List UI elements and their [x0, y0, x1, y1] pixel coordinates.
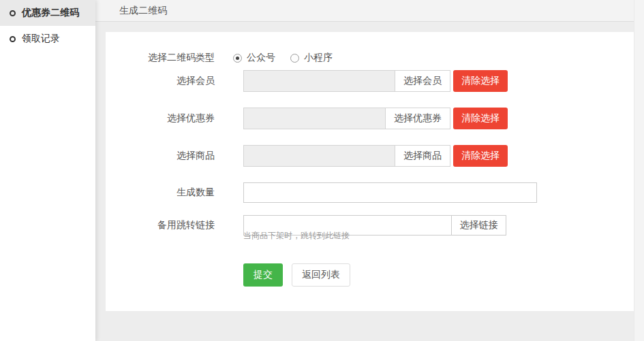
fallback-link-help-text: 当商品下架时，跳转到此链接: [243, 230, 350, 242]
sidebar: 优惠券二维码 领取记录: [0, 0, 95, 341]
page-header: 生成二维码: [95, 0, 644, 22]
coupon-group: 选择优惠券 清除选择: [243, 108, 508, 129]
form-card: 选择二维码类型 公众号 小程序 选择会员 选择会员 清除选择: [106, 32, 634, 311]
radio-mini-program-label[interactable]: 小程序: [304, 52, 333, 64]
quantity-input[interactable]: [243, 182, 537, 203]
coupon-input[interactable]: [243, 108, 385, 129]
sidebar-item-label: 领取记录: [22, 33, 60, 45]
quantity-control: [243, 182, 537, 203]
sidebar-item-claim-records[interactable]: 领取记录: [0, 26, 95, 52]
qrcode-form: 选择二维码类型 公众号 小程序 选择会员 选择会员 清除选择: [106, 32, 634, 287]
fallback-link-label: 备用跳转链接: [106, 219, 215, 231]
product-label: 选择商品: [106, 150, 215, 162]
actions-row: 提交 返回列表: [106, 263, 634, 287]
quantity-row: 生成数量: [106, 182, 634, 203]
qr-type-row: 选择二维码类型 公众号 小程序: [106, 51, 634, 65]
coupon-label: 选择优惠券: [106, 112, 215, 125]
main-content: 生成二维码 选择二维码类型 公众号 小程序 选择会员 选择会员 清除选: [95, 0, 644, 341]
qr-type-label: 选择二维码类型: [106, 52, 215, 64]
sidebar-item-label: 优惠券二维码: [22, 7, 79, 19]
product-clear-button[interactable]: 清除选择: [453, 145, 508, 167]
page-title: 生成二维码: [119, 5, 167, 17]
actions: 提交 返回列表: [243, 263, 350, 287]
product-input[interactable]: [243, 145, 395, 167]
radio-mini-program[interactable]: [290, 54, 299, 63]
scrollbar-track[interactable]: [634, 0, 644, 341]
product-group: 选择商品 清除选择: [243, 145, 508, 167]
circle-bullet-icon: [10, 10, 16, 16]
member-select-button[interactable]: 选择会员: [395, 70, 450, 92]
back-to-list-button[interactable]: 返回列表: [292, 263, 350, 287]
qr-type-options: 公众号 小程序: [233, 52, 333, 64]
product-select-button[interactable]: 选择商品: [395, 145, 450, 167]
coupon-clear-button[interactable]: 清除选择: [453, 108, 508, 129]
member-group: 选择会员 清除选择: [243, 70, 508, 92]
quantity-label: 生成数量: [106, 186, 215, 199]
coupon-row: 选择优惠券 选择优惠券 清除选择: [106, 108, 634, 129]
sidebar-item-coupon-qrcode[interactable]: 优惠券二维码: [0, 0, 95, 26]
fallback-link-select-button[interactable]: 选择链接: [452, 215, 506, 236]
coupon-select-button[interactable]: 选择优惠券: [385, 108, 450, 129]
circle-bullet-icon: [10, 36, 16, 42]
radio-official-account-label[interactable]: 公众号: [247, 52, 275, 64]
submit-button[interactable]: 提交: [243, 263, 283, 287]
radio-official-account[interactable]: [233, 54, 242, 63]
member-input[interactable]: [243, 70, 395, 92]
member-row: 选择会员 选择会员 清除选择: [106, 70, 634, 92]
member-clear-button[interactable]: 清除选择: [453, 70, 508, 92]
member-label: 选择会员: [106, 75, 215, 87]
product-row: 选择商品 选择商品 清除选择: [106, 145, 634, 167]
